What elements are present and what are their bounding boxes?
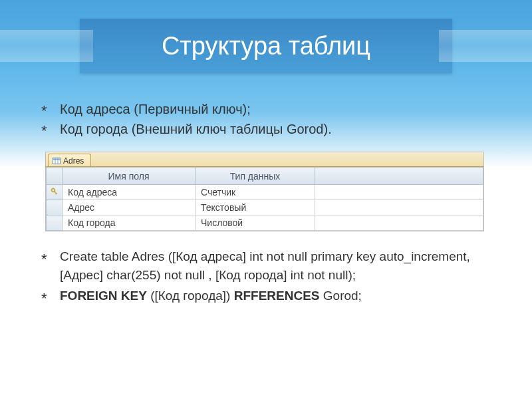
bottom-bullet-list: Create table Adres ([Код адреса] int not… [33, 247, 499, 305]
field-name-cell[interactable]: Код адреса [63, 185, 196, 200]
slide-title: Структура таблиц [162, 32, 370, 61]
field-name-cell[interactable]: Адрес [63, 200, 196, 215]
bullet-item: Код адреса (Первичный ключ); [33, 100, 499, 118]
table-row[interactable]: Код адреса Счетчик [47, 185, 483, 200]
sql-text: ([Код города]) [147, 289, 234, 303]
svg-rect-1 [53, 158, 61, 160]
access-table-designer: Adres Имя поля Тип данных [45, 152, 484, 231]
field-type-cell[interactable]: Счетчик [196, 185, 315, 200]
column-header-name[interactable]: Имя поля [63, 168, 196, 185]
empty-cell [315, 200, 483, 215]
row-selector[interactable] [47, 215, 63, 231]
top-bullet-list: Код адреса (Первичный ключ); Код города … [33, 100, 499, 138]
row-selector[interactable] [47, 185, 63, 200]
bullet-item: Код города (Внешний ключ таблицы Gorod). [33, 120, 499, 138]
content-area: Код адреса (Первичный ключ); Код города … [33, 100, 499, 308]
primary-key-icon [50, 187, 59, 196]
table-row[interactable]: Адрес Текстовый [47, 200, 483, 215]
slide: Структура таблиц Код адреса (Первичный к… [0, 0, 532, 399]
column-header-empty [315, 168, 483, 185]
tab-label: Adres [63, 156, 84, 166]
empty-cell [315, 185, 483, 200]
sql-keyword: RFFERENCES [234, 289, 320, 303]
tab-strip: Adres [46, 152, 483, 167]
field-type-cell[interactable]: Текстовый [196, 200, 315, 215]
table-row[interactable]: Код города Числовой [47, 215, 483, 231]
bullet-item-sql: FOREIGN KEY ([Код города]) RFFERENCES Go… [33, 287, 499, 305]
table-tab[interactable]: Adres [48, 154, 91, 166]
field-grid: Имя поля Тип данных Код адреса Счетчик [46, 167, 483, 231]
corner-cell [47, 168, 63, 185]
title-banner: Структура таблиц [80, 19, 452, 73]
sql-text: Gorod; [320, 289, 362, 303]
field-type-cell[interactable]: Числовой [196, 215, 315, 231]
field-name-cell[interactable]: Код города [63, 215, 196, 231]
table-icon [53, 157, 61, 165]
empty-cell [315, 215, 483, 231]
column-header-type[interactable]: Тип данных [196, 168, 315, 185]
row-selector[interactable] [47, 200, 63, 215]
sql-keyword: FOREIGN KEY [60, 289, 147, 303]
bullet-item-sql: Create table Adres ([Код адреса] int not… [33, 247, 499, 284]
